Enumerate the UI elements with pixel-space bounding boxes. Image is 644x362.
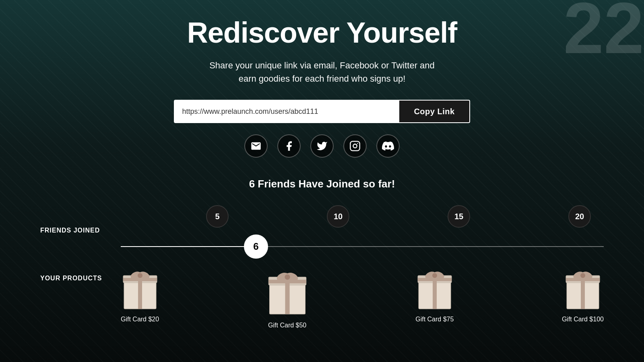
email-icon [250,140,262,152]
subtitle-text: Share your unique link via email, Facebo… [209,59,435,85]
product-label-20: Gift Card $20 [121,316,159,323]
svg-rect-26 [566,278,600,281]
discord-share-button[interactable] [376,134,400,158]
main-content: Rediscover Yourself Share your unique li… [0,0,644,329]
svg-rect-19 [418,278,452,281]
email-share-button[interactable] [244,134,268,158]
milestone-20-circle: 20 [568,205,591,228]
instagram-icon [349,140,361,152]
svg-rect-12 [268,280,306,284]
twitter-icon [316,140,328,152]
svg-point-8 [138,273,142,278]
facebook-share-button[interactable] [277,134,301,158]
your-products-label: YOUR PRODUCTS [40,267,121,282]
milestone-20: 20 [568,205,591,228]
milestones-row: 5 10 15 20 [121,206,604,226]
milestone-15-circle: 15 [448,205,470,228]
svg-rect-5 [123,278,157,281]
svg-rect-0 [350,141,359,150]
page-title: Rediscover Yourself [187,16,457,49]
svg-point-29 [580,273,585,278]
current-position-circle: 6 [244,234,268,259]
link-bar: Copy Link [174,100,470,123]
facebook-icon [283,140,295,152]
milestone-10: 10 [327,205,349,228]
milestone-10-circle: 10 [327,205,349,228]
instagram-share-button[interactable] [343,134,367,158]
milestone-5: 5 [206,205,229,228]
progress-line-container: 6 [121,239,604,255]
milestone-15: 15 [448,205,470,228]
progress-track: 5 10 15 20 6 [121,206,604,255]
referral-link-input[interactable] [174,100,399,123]
product-item-100: Gift Card $100 [562,267,604,323]
product-item-20: Gift Card $20 [121,267,159,323]
products-section: YOUR PRODUCTS [40,267,604,329]
svg-point-22 [432,273,437,278]
progress-section: FRIENDS JOINED 5 10 15 20 [40,206,604,255]
social-icons-row [244,134,400,158]
friends-joined-text: 6 Friends Have Joined so far! [249,178,395,190]
product-item-75: Gift Card $75 [415,267,454,323]
svg-point-15 [285,274,290,280]
friends-joined-label: FRIENDS JOINED [40,227,100,234]
milestone-5-circle: 5 [206,205,229,228]
product-label-100: Gift Card $100 [562,316,604,323]
product-item-50: Gift Card $50 [267,267,308,329]
gift-box-100 [565,267,601,311]
products-row: Gift Card $20 Gift Card $50 [121,267,604,329]
discord-icon [382,140,394,152]
gift-box-50 [267,267,308,317]
twitter-share-button[interactable] [310,134,334,158]
product-label-50: Gift Card $50 [268,322,306,329]
product-label-75: Gift Card $75 [415,316,454,323]
copy-link-button[interactable]: Copy Link [399,100,470,123]
progress-line-fill [121,246,256,247]
gift-box-75 [417,267,453,311]
gift-box-20 [122,267,158,311]
